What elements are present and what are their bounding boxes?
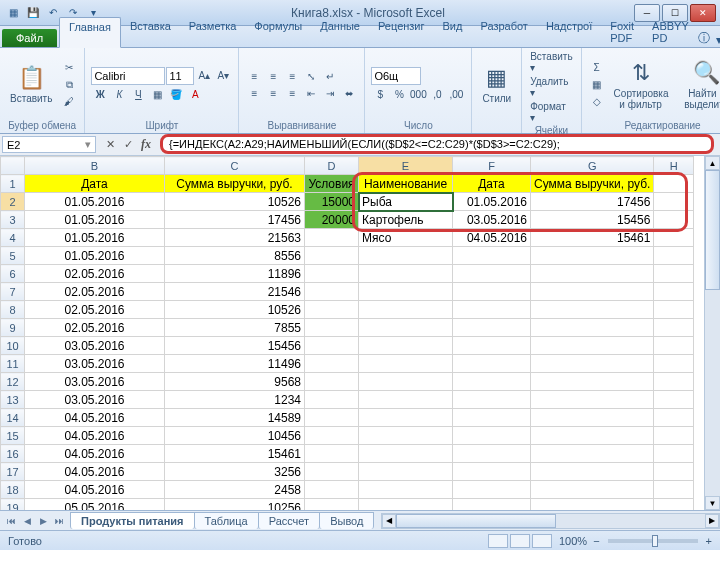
select-all-corner[interactable] — [1, 157, 25, 175]
cell-C10[interactable]: 15456 — [165, 337, 305, 355]
cell-C5[interactable]: 8556 — [165, 247, 305, 265]
excel-icon[interactable]: ▦ — [4, 4, 22, 22]
cells-delete[interactable]: Удалить ▾ — [528, 75, 574, 99]
cell-D4[interactable] — [305, 229, 359, 247]
col-header-F[interactable]: F — [453, 157, 531, 175]
sheet-nav-last[interactable]: ⏭ — [52, 516, 66, 526]
align-left-icon[interactable]: ≡ — [245, 85, 263, 101]
row-header-5[interactable]: 5 — [1, 247, 25, 265]
horizontal-scrollbar[interactable]: ◀ ▶ — [381, 513, 720, 529]
dec-decimal-icon[interactable]: ,00 — [447, 86, 465, 102]
cell-B14[interactable]: 04.05.2016 — [25, 409, 165, 427]
align-bottom-icon[interactable]: ≡ — [283, 68, 301, 84]
col-header-G[interactable]: G — [531, 157, 654, 175]
cell-D16[interactable] — [305, 445, 359, 463]
name-box[interactable]: E2▾ — [2, 136, 96, 153]
cell-D14[interactable] — [305, 409, 359, 427]
cell-C14[interactable]: 14589 — [165, 409, 305, 427]
cell-C15[interactable]: 10456 — [165, 427, 305, 445]
cell-G1[interactable]: Сумма выручки, руб. — [531, 175, 654, 193]
row-header-15[interactable]: 15 — [1, 427, 25, 445]
cell-C11[interactable]: 11496 — [165, 355, 305, 373]
row-header-13[interactable]: 13 — [1, 391, 25, 409]
cell-E19[interactable] — [359, 499, 453, 511]
cell-D17[interactable] — [305, 463, 359, 481]
ribbon-tab-8[interactable]: Надстрої — [537, 17, 601, 47]
cell-G11[interactable] — [531, 355, 654, 373]
cell-B9[interactable]: 02.05.2016 — [25, 319, 165, 337]
view-pagebreak-icon[interactable] — [532, 534, 552, 548]
cell-B13[interactable]: 03.05.2016 — [25, 391, 165, 409]
cell-C2[interactable]: 10526 — [165, 193, 305, 211]
sheet-nav-prev[interactable]: ◀ — [20, 516, 34, 526]
cell-B1[interactable]: Дата — [25, 175, 165, 193]
cell-G16[interactable] — [531, 445, 654, 463]
sheet-nav-first[interactable]: ⏮ — [4, 516, 18, 526]
row-header-1[interactable]: 1 — [1, 175, 25, 193]
cell-C7[interactable]: 21546 — [165, 283, 305, 301]
row-header-8[interactable]: 8 — [1, 301, 25, 319]
cell-C1[interactable]: Сумма выручки, руб. — [165, 175, 305, 193]
cut-icon[interactable]: ✂ — [60, 60, 78, 76]
row-header-3[interactable]: 3 — [1, 211, 25, 229]
cell-E15[interactable] — [359, 427, 453, 445]
cell-H4[interactable] — [654, 229, 694, 247]
cell-H10[interactable] — [654, 337, 694, 355]
cell-C8[interactable]: 10526 — [165, 301, 305, 319]
save-icon[interactable]: 💾 — [24, 4, 42, 22]
merge-icon[interactable]: ⬌ — [340, 85, 358, 101]
cell-E9[interactable] — [359, 319, 453, 337]
cell-D10[interactable] — [305, 337, 359, 355]
cell-C12[interactable]: 9568 — [165, 373, 305, 391]
cell-H7[interactable] — [654, 283, 694, 301]
paste-button[interactable]: 📋 Вставить — [6, 63, 56, 106]
cell-F11[interactable] — [453, 355, 531, 373]
cell-B7[interactable]: 02.05.2016 — [25, 283, 165, 301]
cell-H8[interactable] — [654, 301, 694, 319]
cell-E7[interactable] — [359, 283, 453, 301]
sort-filter-button[interactable]: ⇅ Сортировка и фильтр — [610, 58, 672, 112]
cell-C6[interactable]: 11896 — [165, 265, 305, 283]
indent-inc-icon[interactable]: ⇥ — [321, 85, 339, 101]
font-color-button[interactable]: A — [186, 86, 204, 102]
fill-color-button[interactable]: 🪣 — [167, 86, 185, 102]
cell-B18[interactable]: 04.05.2016 — [25, 481, 165, 499]
cell-G2[interactable]: 17456 — [531, 193, 654, 211]
cell-E2[interactable]: Рыба — [359, 193, 453, 211]
cell-B3[interactable]: 01.05.2016 — [25, 211, 165, 229]
cell-H13[interactable] — [654, 391, 694, 409]
cell-F19[interactable] — [453, 499, 531, 511]
cell-E14[interactable] — [359, 409, 453, 427]
row-header-2[interactable]: 2 — [1, 193, 25, 211]
cell-D3[interactable]: 20000 — [305, 211, 359, 229]
cell-C9[interactable]: 7855 — [165, 319, 305, 337]
col-header-E[interactable]: E — [359, 157, 453, 175]
border-button[interactable]: ▦ — [148, 86, 166, 102]
comma-icon[interactable]: 000 — [409, 86, 427, 102]
cell-D7[interactable] — [305, 283, 359, 301]
cell-D15[interactable] — [305, 427, 359, 445]
cell-B4[interactable]: 01.05.2016 — [25, 229, 165, 247]
cell-E5[interactable] — [359, 247, 453, 265]
ribbon-tab-3[interactable]: Формулы — [245, 17, 311, 47]
cell-C13[interactable]: 1234 — [165, 391, 305, 409]
cell-G3[interactable]: 15456 — [531, 211, 654, 229]
cell-B2[interactable]: 01.05.2016 — [25, 193, 165, 211]
sheet-tab-1[interactable]: Таблица — [194, 512, 259, 529]
col-header-H[interactable]: H — [654, 157, 694, 175]
row-header-16[interactable]: 16 — [1, 445, 25, 463]
cell-G13[interactable] — [531, 391, 654, 409]
cell-F4[interactable]: 04.05.2016 — [453, 229, 531, 247]
cell-C4[interactable]: 21563 — [165, 229, 305, 247]
font-size-select[interactable] — [166, 67, 194, 85]
cell-F14[interactable] — [453, 409, 531, 427]
fx-icon[interactable]: fx — [138, 137, 154, 153]
view-layout-icon[interactable] — [510, 534, 530, 548]
wrap-text-icon[interactable]: ↵ — [321, 68, 339, 84]
cell-H11[interactable] — [654, 355, 694, 373]
cell-D6[interactable] — [305, 265, 359, 283]
cell-F12[interactable] — [453, 373, 531, 391]
scroll-right-icon[interactable]: ▶ — [705, 514, 719, 528]
cell-D11[interactable] — [305, 355, 359, 373]
cell-D19[interactable] — [305, 499, 359, 511]
